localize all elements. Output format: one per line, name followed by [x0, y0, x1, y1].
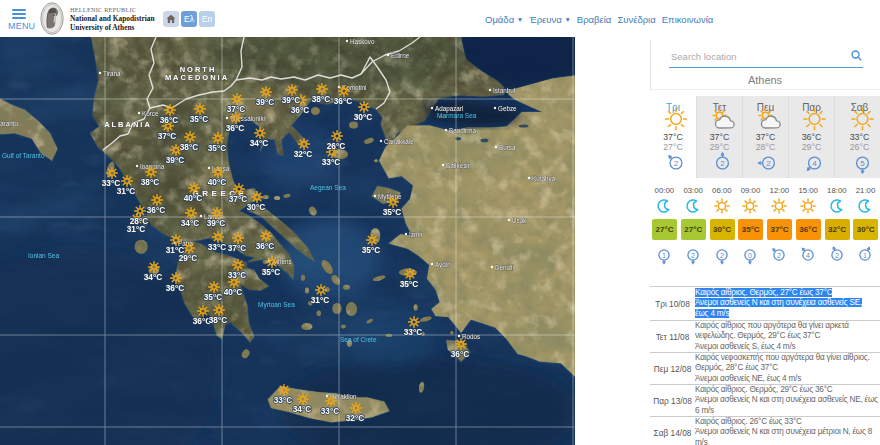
svg-text:36°C: 36°C: [256, 241, 275, 251]
svg-text:36°C: 36°C: [166, 283, 185, 293]
svg-text:36°C: 36°C: [226, 123, 245, 133]
svg-text:0: 0: [748, 252, 752, 259]
svg-text:2: 2: [777, 252, 781, 259]
svg-text:Marmara Sea: Marmara Sea: [437, 112, 477, 119]
svg-text:33°C: 33°C: [321, 406, 340, 416]
svg-text:Korce: Korce: [142, 110, 159, 117]
svg-text:Kutahya: Kutahya: [532, 175, 556, 183]
svg-text:2: 2: [766, 159, 771, 168]
svg-text:39°C: 39°C: [166, 155, 185, 165]
svg-text:Adapazari: Adapazari: [435, 105, 463, 113]
svg-text:33°C: 33°C: [274, 395, 293, 405]
svg-text:26°C: 26°C: [327, 141, 346, 151]
svg-text:31°C: 31°C: [127, 224, 146, 234]
svg-text:35°C: 35°C: [400, 279, 419, 289]
svg-text:35°C: 35°C: [190, 114, 209, 124]
svg-text:36°C: 36°C: [147, 205, 166, 215]
svg-text:39°C: 39°C: [282, 95, 301, 105]
svg-text:34°C: 34°C: [144, 272, 163, 282]
svg-text:34°C: 34°C: [250, 138, 269, 148]
svg-text:38°C: 38°C: [141, 177, 160, 187]
svg-text:34°C: 34°C: [181, 218, 200, 228]
svg-text:Haskovo: Haskovo: [350, 38, 375, 45]
svg-text:1: 1: [662, 252, 666, 259]
svg-text:Taranto: Taranto: [0, 120, 19, 127]
svg-text:38°C: 38°C: [180, 142, 199, 152]
svg-text:35°C: 35°C: [362, 245, 381, 255]
svg-text:MACEDONIA: MACEDONIA: [165, 73, 229, 82]
svg-text:Bandirma: Bandirma: [449, 127, 476, 134]
svg-text:Gulf of Taranto: Gulf of Taranto: [2, 152, 45, 159]
svg-text:Myrtoan Sea: Myrtoan Sea: [258, 301, 295, 309]
svg-text:Canakkale: Canakkale: [384, 138, 414, 145]
svg-text:5: 5: [860, 159, 865, 168]
svg-text:36°C: 36°C: [160, 115, 179, 125]
svg-text:Edirne: Edirne: [391, 52, 410, 59]
svg-text:Balikesir: Balikesir: [446, 162, 470, 169]
svg-text:29°C: 29°C: [179, 253, 198, 263]
svg-text:33°C: 33°C: [228, 270, 247, 280]
svg-text:Denizli: Denizli: [495, 264, 514, 271]
svg-text:37°C: 37°C: [227, 104, 246, 114]
svg-text:Ionian Sea: Ionian Sea: [28, 252, 59, 259]
svg-text:Aegean Sea: Aegean Sea: [310, 184, 346, 192]
svg-text:38°C: 38°C: [209, 315, 228, 325]
svg-text:30°C: 30°C: [247, 202, 266, 212]
svg-text:40°C: 40°C: [208, 177, 227, 187]
svg-text:33°C: 33°C: [208, 242, 227, 252]
svg-text:35°C: 35°C: [383, 207, 402, 217]
svg-text:37°C: 37°C: [158, 131, 177, 141]
svg-text:36°C: 36°C: [291, 105, 310, 115]
svg-text:4: 4: [812, 159, 817, 168]
svg-text:32°C: 32°C: [294, 149, 313, 159]
svg-text:2: 2: [674, 159, 679, 168]
svg-text:30°C: 30°C: [354, 112, 373, 122]
svg-text:2: 2: [720, 252, 724, 259]
svg-text:33°C: 33°C: [322, 157, 341, 167]
svg-text:35°C: 35°C: [208, 143, 227, 153]
svg-text:31°C: 31°C: [117, 186, 136, 196]
svg-text:37°C: 37°C: [228, 243, 247, 253]
svg-text:39°C: 39°C: [207, 218, 226, 228]
svg-text:1: 1: [863, 252, 867, 259]
svg-text:Rodos: Rodos: [462, 333, 480, 340]
svg-text:ALBANIA: ALBANIA: [104, 120, 152, 129]
svg-text:36°C: 36°C: [451, 349, 470, 359]
svg-text:Aydin: Aydin: [435, 261, 451, 269]
svg-text:34°C: 34°C: [293, 404, 312, 414]
svg-text:38°C: 38°C: [312, 94, 331, 104]
svg-text:Bursa: Bursa: [499, 144, 516, 151]
svg-text:33°C: 33°C: [404, 327, 423, 337]
svg-text:40°C: 40°C: [184, 193, 203, 203]
svg-text:36°C: 36°C: [334, 96, 353, 106]
svg-text:Tirana: Tirana: [103, 70, 121, 77]
svg-text:35°C: 35°C: [204, 292, 223, 302]
svg-text:Sea of Crete: Sea of Crete: [340, 336, 377, 343]
svg-text:31°C: 31°C: [311, 295, 330, 305]
svg-text:35°C: 35°C: [262, 267, 281, 277]
svg-text:Usak: Usak: [512, 217, 527, 224]
svg-text:2: 2: [720, 159, 725, 168]
svg-text:37°C: 37°C: [229, 194, 248, 204]
svg-text:39°C: 39°C: [256, 97, 275, 107]
svg-text:32°C: 32°C: [346, 413, 365, 423]
svg-text:40°C: 40°C: [224, 287, 243, 297]
svg-text:2: 2: [835, 252, 839, 259]
svg-text:Ioannina: Ioannina: [140, 163, 165, 170]
svg-text:Gebze: Gebze: [498, 105, 517, 112]
svg-text:Izmir: Izmir: [409, 231, 423, 238]
svg-text:4: 4: [806, 252, 810, 259]
svg-text:Istanbul: Istanbul: [493, 87, 515, 94]
svg-text:2: 2: [691, 252, 695, 259]
